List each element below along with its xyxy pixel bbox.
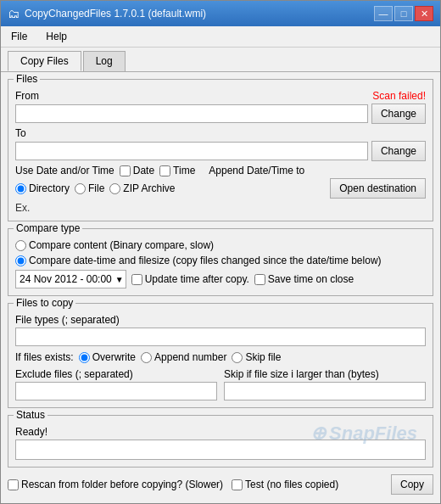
exclude-files-input[interactable] — [15, 382, 217, 400]
test-checkbox[interactable] — [232, 479, 243, 490]
directory-label: Directory — [29, 182, 70, 194]
append-number-radio[interactable] — [141, 352, 152, 363]
datetime-picker[interactable]: 24 Nov 2012 - 00:00 ▼ — [15, 270, 126, 288]
from-change-button[interactable]: Change — [371, 104, 426, 124]
date-label: Date — [133, 165, 154, 176]
compare-group: Compare type Compare content (Binary com… — [8, 228, 433, 296]
to-input[interactable] — [15, 142, 368, 160]
main-window: 🗂 CopyChangedFiles 1.7.0.1 (default.wmi)… — [0, 0, 441, 504]
open-destination-button[interactable]: Open destination — [330, 178, 426, 199]
to-input-row: Change — [15, 141, 426, 161]
zip-archive-label: ZIP Archive — [123, 182, 175, 194]
exclude-files-label: Exclude files (; separated) — [15, 368, 217, 380]
rescan-checkbox-label[interactable]: Rescan from folder before copying? (Slow… — [8, 479, 223, 490]
save-time-label[interactable]: Save time on close — [254, 273, 354, 285]
file-types-label: File types (; separated) — [15, 314, 426, 326]
file-radio[interactable] — [75, 183, 86, 194]
test-label: Test (no files copied) — [245, 479, 338, 490]
files-to-copy-label: Files to copy — [14, 297, 75, 309]
directory-radio[interactable] — [15, 183, 26, 194]
menu-bar: File Help — [1, 26, 440, 48]
status-group: Status Ready! ⊕SnapFiles — [8, 415, 433, 468]
title-bar-left: 🗂 CopyChangedFiles 1.7.0.1 (default.wmi) — [8, 7, 206, 20]
compare-option2-radio[interactable] — [15, 255, 26, 266]
to-change-button[interactable]: Change — [371, 141, 426, 161]
exclude-skip-row: Exclude files (; separated) Skip if file… — [15, 368, 426, 400]
compare-option2-text: Compare date-time and filesize (copy fil… — [29, 255, 382, 266]
use-date-time-label: Use Date and/or Time — [15, 165, 114, 176]
files-group-label: Files — [14, 73, 40, 85]
file-types-input[interactable] — [15, 328, 426, 346]
scan-failed-text: Scan failed! — [372, 90, 426, 102]
files-to-copy-group: Files to copy File types (; separated) I… — [8, 303, 433, 408]
skip-file-radio-label[interactable]: Skip file — [232, 351, 281, 363]
compare-option2-row: Compare date-time and filesize (copy fil… — [15, 255, 426, 266]
append-options-row: Directory File ZIP Archive Open destinat… — [15, 178, 426, 199]
compare-option1-radio[interactable] — [15, 240, 26, 251]
save-time-checkbox[interactable] — [254, 274, 265, 285]
append-number-label: Append number — [154, 351, 226, 363]
overwrite-radio[interactable] — [79, 352, 90, 363]
rescan-label: Rescan from folder before copying? (Slow… — [21, 479, 223, 490]
close-button[interactable]: ✕ — [415, 6, 433, 21]
from-label: From — [15, 90, 39, 102]
update-time-text: Update time after copy. — [145, 273, 249, 285]
compare-group-label: Compare type — [14, 222, 82, 234]
title-bar-buttons: — □ ✕ — [374, 6, 433, 21]
compare-option2-label[interactable]: Compare date-time and filesize (copy fil… — [15, 255, 382, 266]
status-content: Ready! ⊕SnapFiles — [15, 426, 426, 460]
bottom-left: Rescan from folder before copying? (Slow… — [8, 479, 338, 490]
skip-size-label: Skip if file size i larger than (bytes) — [224, 368, 426, 380]
from-input[interactable] — [15, 104, 368, 123]
compare-datetime-row: 24 Nov 2012 - 00:00 ▼ Update time after … — [15, 270, 426, 288]
app-icon: 🗂 — [8, 7, 20, 20]
time-checkbox[interactable] — [159, 165, 170, 176]
copy-button[interactable]: Copy — [391, 474, 433, 495]
file-radio-label[interactable]: File — [75, 182, 104, 194]
zip-radio[interactable] — [109, 183, 120, 194]
minimize-button[interactable]: — — [374, 6, 393, 21]
tab-copy-files[interactable]: Copy Files — [8, 51, 81, 71]
files-group: Files From Scan failed! Change To Change… — [8, 79, 433, 221]
overwrite-radio-label[interactable]: Overwrite — [79, 351, 136, 363]
file-label: File — [88, 182, 104, 194]
tab-log[interactable]: Log — [83, 51, 126, 71]
datetime-dropdown-icon[interactable]: ▼ — [115, 275, 124, 284]
ex-text: Ex. — [15, 202, 30, 214]
time-label: Time — [173, 165, 195, 176]
window-title: CopyChangedFiles 1.7.0.1 (default.wmi) — [25, 8, 206, 20]
date-time-row: Use Date and/or Time Date Time Append Da… — [15, 165, 426, 176]
skip-size-col: Skip if file size i larger than (bytes) — [224, 368, 426, 400]
time-checkbox-label[interactable]: Time — [159, 165, 195, 176]
rescan-checkbox[interactable] — [8, 479, 19, 490]
zip-radio-label[interactable]: ZIP Archive — [109, 182, 175, 194]
menu-file[interactable]: File — [6, 29, 32, 44]
date-checkbox[interactable] — [120, 165, 131, 176]
append-number-radio-label[interactable]: Append number — [141, 351, 226, 363]
compare-option1-label[interactable]: Compare content (Binary compare, slow) — [15, 239, 214, 251]
content-area: Files From Scan failed! Change To Change… — [1, 71, 440, 503]
maximize-button[interactable]: □ — [394, 6, 413, 21]
menu-help[interactable]: Help — [41, 29, 72, 44]
save-time-text: Save time on close — [268, 273, 354, 285]
datetime-value: 24 Nov 2012 - 00:00 — [18, 273, 114, 285]
status-bar — [15, 440, 426, 460]
skip-file-label: Skip file — [245, 351, 281, 363]
if-exists-label: If files exists: — [15, 351, 74, 363]
directory-radio-label[interactable]: Directory — [15, 182, 70, 194]
append-label: Append Date/Time to — [209, 165, 304, 176]
if-exists-row: If files exists: Overwrite Append number… — [15, 351, 426, 363]
overwrite-label: Overwrite — [92, 351, 136, 363]
update-time-checkbox[interactable] — [131, 274, 142, 285]
tab-bar: Copy Files Log — [1, 48, 440, 71]
date-checkbox-label[interactable]: Date — [120, 165, 154, 176]
skip-file-radio[interactable] — [232, 352, 243, 363]
update-time-label[interactable]: Update time after copy. — [131, 273, 249, 285]
status-group-label: Status — [14, 409, 47, 421]
skip-size-input[interactable] — [224, 382, 426, 400]
test-checkbox-label[interactable]: Test (no files copied) — [232, 479, 338, 490]
compare-option1-text: Compare content (Binary compare, slow) — [29, 239, 214, 251]
from-input-row: Change — [15, 104, 426, 124]
title-bar: 🗂 CopyChangedFiles 1.7.0.1 (default.wmi)… — [1, 1, 440, 26]
file-types-section: File types (; separated) — [15, 314, 426, 346]
